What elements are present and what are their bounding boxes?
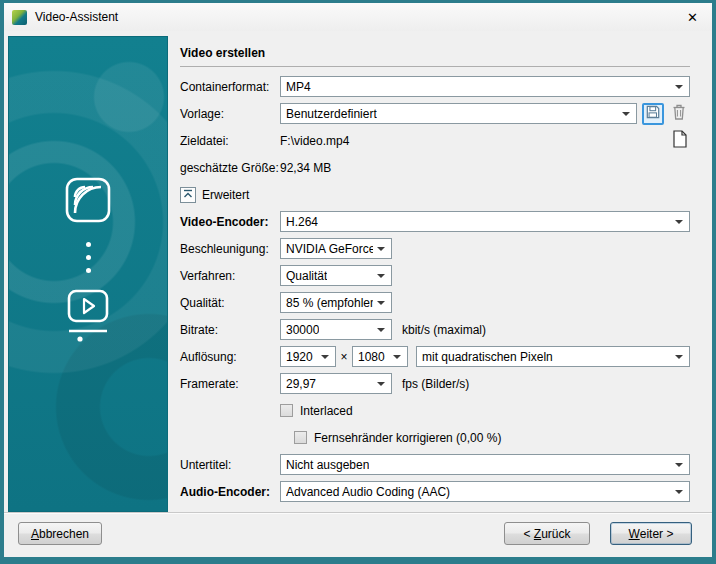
framerate-row: Framerate: 29,97 fps (Bilder/s): [180, 373, 690, 394]
file-icon: [673, 130, 687, 151]
delete-template-button[interactable]: [668, 103, 690, 125]
framerate-label: Framerate:: [180, 377, 280, 391]
chevron-down-icon: [377, 247, 385, 251]
bitrate-unit-label: kbit/s (maximal): [402, 323, 486, 337]
beschleunigung-label: Beschleunigung:: [180, 242, 280, 256]
containerformat-label: Containerformat:: [180, 80, 280, 94]
interlaced-label: Interlaced: [300, 404, 353, 418]
aufloesung-label: Auflösung:: [180, 350, 280, 364]
zieldatei-label: Zieldatei:: [180, 134, 280, 148]
pixel-aspect-select[interactable]: mit quadratischen Pixeln: [416, 346, 690, 367]
method-select[interactable]: Qualität: [280, 265, 392, 286]
chevron-down-icon: [675, 85, 683, 89]
video-encoder-select[interactable]: H.264: [280, 211, 690, 232]
video-encoder-row: Video-Encoder: H.264: [180, 211, 690, 232]
sidebar-artwork: [8, 36, 168, 512]
cancel-button[interactable]: Abbrechen: [18, 522, 102, 545]
bitrate-label: Bitrate:: [180, 323, 280, 337]
titlebar: Video-Assistent ✕: [4, 3, 712, 31]
video-play-icon: [65, 289, 111, 346]
vorlage-label: Vorlage:: [180, 107, 280, 121]
template-select[interactable]: Benutzerdefiniert: [280, 103, 637, 124]
subtitles-select[interactable]: Nicht ausgeben: [280, 454, 690, 475]
waves-icon: [65, 177, 111, 226]
footer-separator: [4, 512, 712, 514]
framerate-unit-label: fps (Bilder/s): [402, 377, 469, 391]
bitrate-select[interactable]: 30000: [280, 319, 392, 340]
bitrate-row: Bitrate: 30000 kbit/s (maximal): [180, 319, 690, 340]
audio-encoder-label: Audio-Encoder:: [180, 485, 280, 499]
fernsehraender-row: Fernsehränder korrigieren (0,00 %): [180, 427, 690, 448]
chevron-down-icon: [321, 355, 329, 359]
beschleunigung-row: Beschleunigung: NVIDIA GeForce GT: [180, 238, 690, 259]
chevron-down-icon: [377, 328, 385, 332]
audio-encoder-select[interactable]: Advanced Audio Coding (AAC): [280, 481, 690, 502]
estimated-size-value: 92,34 MB: [280, 161, 331, 175]
resolution-width-select[interactable]: 1920: [280, 346, 336, 367]
close-icon[interactable]: ✕: [681, 8, 704, 27]
save-template-button[interactable]: [642, 103, 664, 125]
chevron-down-icon: [393, 355, 401, 359]
containerformat-row: Containerformat: MP4: [180, 76, 690, 97]
interlaced-row: Interlaced: [180, 400, 690, 421]
tv-borders-checkbox[interactable]: [294, 431, 307, 444]
resolution-height-select[interactable]: 1080: [352, 346, 408, 367]
chevron-down-icon: [377, 274, 385, 278]
chevron-down-icon: [377, 301, 385, 305]
resolution-separator: ×: [336, 350, 352, 364]
framerate-select[interactable]: 29,97: [280, 373, 392, 394]
advanced-label: Erweitert: [202, 188, 249, 202]
untertitel-label: Untertitel:: [180, 458, 280, 472]
floppy-disk-icon: [646, 105, 660, 122]
video-encoder-label: Video-Encoder:: [180, 215, 280, 229]
chevron-down-icon: [675, 220, 683, 224]
qualitaet-row: Qualität: 85 % (empfohlen): [180, 292, 690, 313]
qualitaet-label: Qualität:: [180, 296, 280, 310]
acceleration-select[interactable]: NVIDIA GeForce GT: [280, 238, 392, 259]
zieldatei-row: Zieldatei: F:\video.mp4: [180, 130, 690, 151]
back-button[interactable]: < Zurück: [504, 522, 590, 545]
video-assistant-dialog: Video-Assistent ✕: [0, 0, 716, 564]
groesse-label: geschätzte Größe:: [180, 161, 280, 175]
browse-file-button[interactable]: [670, 130, 690, 151]
main-form: Video erstellen Containerformat: MP4 Vor…: [180, 46, 690, 508]
groesse-row: geschätzte Größe: 92,34 MB: [180, 157, 690, 178]
verfahren-label: Verfahren:: [180, 269, 280, 283]
chevron-down-icon: [675, 490, 683, 494]
ellipsis-dots-icon: [86, 242, 91, 273]
chevron-down-icon: [377, 382, 385, 386]
verfahren-row: Verfahren: Qualität: [180, 265, 690, 286]
untertitel-row: Untertitel: Nicht ausgeben: [180, 454, 690, 475]
chevron-down-icon: [675, 355, 683, 359]
interlaced-checkbox[interactable]: [280, 404, 293, 417]
page-title: Video erstellen: [180, 46, 690, 67]
tv-borders-label: Fernsehränder korrigieren (0,00 %): [314, 431, 501, 445]
advanced-row: Erweitert: [180, 184, 690, 205]
footer: Abbrechen < Zurück Weiter >: [18, 522, 692, 545]
app-icon: [12, 10, 27, 25]
aufloesung-row: Auflösung: 1920 × 1080 mit quadratischen…: [180, 346, 690, 367]
chevron-up-icon: [183, 187, 193, 202]
target-file-value: F:\video.mp4: [280, 134, 349, 148]
chevron-down-icon: [675, 463, 683, 467]
trash-icon: [672, 104, 686, 123]
window-title: Video-Assistent: [35, 10, 118, 24]
audio-encoder-row: Audio-Encoder: Advanced Audio Coding (AA…: [180, 481, 690, 502]
quality-select[interactable]: 85 % (empfohlen): [280, 292, 392, 313]
collapse-advanced-button[interactable]: [180, 187, 196, 203]
next-button[interactable]: Weiter >: [610, 522, 692, 545]
chevron-down-icon: [622, 112, 630, 116]
vorlage-row: Vorlage: Benutzerdefiniert: [180, 103, 690, 124]
containerformat-select[interactable]: MP4: [280, 76, 690, 97]
